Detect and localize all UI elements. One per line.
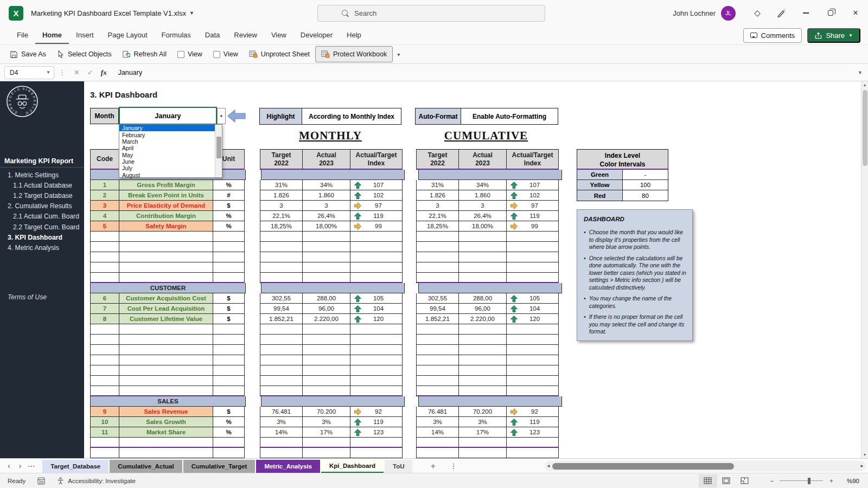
empty-cell[interactable] — [119, 273, 213, 283]
minimize-button[interactable] — [793, 0, 818, 26]
cumulative-empty-index-cell[interactable] — [507, 448, 559, 458]
empty-cell[interactable] — [213, 335, 245, 345]
kpi-unit-cell[interactable]: $ — [213, 304, 245, 314]
monthly-empty-actual-cell[interactable] — [303, 324, 350, 335]
cumulative-index-cell[interactable]: 119 — [507, 417, 559, 427]
highlight-value-cell[interactable]: According to Monthly Index — [302, 108, 401, 124]
cumulative-empty-index-cell[interactable] — [507, 252, 559, 262]
empty-cell[interactable] — [213, 232, 245, 242]
sheet-tab-cumulative_actual[interactable]: Cumulative_Actual — [110, 460, 182, 473]
monthly-index-cell[interactable]: 120 — [350, 314, 403, 324]
scroll-left-icon[interactable]: ◄ — [545, 461, 552, 471]
monthly-empty-index-cell[interactable] — [350, 355, 403, 365]
document-title[interactable]: Marketing KPI Dashboard Excel Template V… — [31, 9, 194, 17]
monthly-empty-actual-cell[interactable] — [303, 242, 350, 252]
kpi-unit-cell[interactable]: % — [213, 221, 245, 232]
ribbon-tab-help[interactable]: Help — [340, 27, 368, 44]
kpi-unit-cell[interactable]: % — [213, 417, 245, 427]
cumulative-index-cell[interactable]: 104 — [507, 304, 559, 314]
page-break-view-button[interactable] — [736, 474, 754, 487]
dropdown-scrollbar[interactable] — [215, 125, 222, 177]
monthly-index-cell[interactable]: 102 — [350, 190, 403, 201]
monthly-empty-index-cell[interactable] — [350, 273, 403, 283]
empty-cell[interactable] — [119, 262, 213, 273]
horizontal-scroll-thumb[interactable] — [552, 463, 734, 470]
empty-cell[interactable] — [91, 324, 119, 335]
empty-cell[interactable] — [213, 273, 245, 283]
zoom-out-button[interactable]: − — [770, 478, 774, 484]
kpi-unit-cell[interactable]: % — [213, 427, 245, 438]
cumulative-actual-cell[interactable]: 3 — [459, 201, 507, 211]
monthly-index-cell[interactable]: 92 — [350, 407, 403, 417]
monthly-index-cell[interactable]: 119 — [350, 211, 403, 221]
cumulative-empty-target-cell[interactable] — [417, 345, 459, 355]
kpi-name-cell[interactable]: Safety Margin — [119, 221, 213, 232]
ribbon-tab-data[interactable]: Data — [198, 27, 227, 44]
monthly-empty-target-cell[interactable] — [260, 438, 303, 448]
cumulative-empty-target-cell[interactable] — [417, 335, 459, 345]
monthly-actual-cell[interactable]: 3% — [303, 417, 350, 427]
view-checkbox-2[interactable]: View — [208, 46, 244, 62]
monthly-target-cell[interactable]: 99,54 — [260, 304, 303, 314]
empty-cell[interactable] — [91, 273, 119, 283]
cumulative-empty-actual-cell[interactable] — [459, 324, 507, 335]
empty-cell[interactable] — [91, 386, 119, 396]
monthly-empty-actual-cell[interactable] — [303, 262, 350, 273]
cumulative-empty-index-cell[interactable] — [507, 232, 559, 242]
index-threshold-value[interactable]: 80 — [623, 190, 668, 201]
monthly-target-cell[interactable]: 31% — [260, 180, 303, 190]
cumulative-empty-actual-cell[interactable] — [459, 438, 507, 448]
kpi-code-cell[interactable]: 6 — [91, 293, 119, 304]
cumulative-actual-cell[interactable]: 96,00 — [459, 304, 507, 314]
monthly-empty-target-cell[interactable] — [260, 376, 303, 386]
monthly-actual-cell[interactable]: 26,4% — [303, 211, 350, 221]
toolbar-overflow-chevron[interactable]: ▾ — [397, 52, 400, 57]
cumulative-empty-target-cell[interactable] — [417, 324, 459, 335]
cumulative-index-cell[interactable]: 102 — [507, 190, 559, 201]
monthly-empty-actual-cell[interactable] — [303, 355, 350, 365]
monthly-target-cell[interactable]: 22,1% — [260, 211, 303, 221]
sidebar-item-2-2-target-cum-board[interactable]: 2.2 Target Cum. Board — [0, 222, 84, 232]
empty-cell[interactable] — [91, 242, 119, 252]
month-option-june[interactable]: June — [119, 158, 222, 165]
kpi-unit-cell[interactable]: % — [213, 211, 245, 221]
ribbon-tab-page-layout[interactable]: Page Layout — [101, 27, 155, 44]
formula-bar-expand-chevron[interactable]: ▼ — [858, 70, 863, 75]
cumulative-target-cell[interactable]: 22,1% — [417, 211, 459, 221]
share-button[interactable]: Share ▼ — [807, 28, 860, 43]
monthly-empty-actual-cell[interactable] — [303, 335, 350, 345]
empty-cell[interactable] — [119, 252, 213, 262]
cumulative-actual-cell[interactable]: 288,00 — [459, 293, 507, 304]
cumulative-index-cell[interactable]: 120 — [507, 314, 559, 324]
empty-cell[interactable] — [213, 386, 245, 396]
horizontal-scrollbar[interactable]: ◄ ► — [545, 461, 866, 471]
cumulative-empty-target-cell[interactable] — [417, 252, 459, 262]
cumulative-target-cell[interactable]: 302,55 — [417, 293, 459, 304]
cumulative-empty-actual-cell[interactable] — [459, 355, 507, 365]
unprotect-sheet-button[interactable]: Unprotect Sheet — [244, 46, 315, 62]
protect-workbook-button[interactable]: Protect Workbook — [315, 46, 393, 62]
cumulative-actual-cell[interactable]: 17% — [459, 427, 507, 438]
vertical-scrollbar[interactable]: ▲ ▼ — [861, 81, 868, 458]
scroll-down-icon[interactable]: ▼ — [861, 451, 868, 458]
monthly-empty-index-cell[interactable] — [350, 242, 403, 252]
ribbon-tab-view[interactable]: View — [264, 27, 293, 44]
cumulative-empty-actual-cell[interactable] — [459, 252, 507, 262]
empty-cell[interactable] — [119, 365, 213, 376]
sidebar-item-2-cumulative-results[interactable]: 2. Cumulative Results — [0, 201, 84, 211]
monthly-empty-actual-cell[interactable] — [303, 252, 350, 262]
month-option-july[interactable]: July — [119, 165, 222, 171]
monthly-index-cell[interactable]: 123 — [350, 427, 403, 438]
cumulative-index-cell[interactable]: 92 — [507, 407, 559, 417]
sheet-tab-target_database[interactable]: Target_Database — [42, 460, 108, 473]
cumulative-target-cell[interactable]: 76.481 — [417, 407, 459, 417]
month-dropdown-button[interactable]: ▼ — [217, 108, 226, 124]
ribbon-tab-home[interactable]: Home — [35, 27, 69, 44]
kpi-code-cell[interactable]: 7 — [91, 304, 119, 314]
monthly-actual-cell[interactable]: 3 — [303, 201, 350, 211]
diamond-icon[interactable]: ◇ — [745, 0, 769, 26]
empty-cell[interactable] — [119, 324, 213, 335]
empty-cell[interactable] — [91, 252, 119, 262]
monthly-empty-target-cell[interactable] — [260, 262, 303, 273]
monthly-empty-index-cell[interactable] — [350, 345, 403, 355]
